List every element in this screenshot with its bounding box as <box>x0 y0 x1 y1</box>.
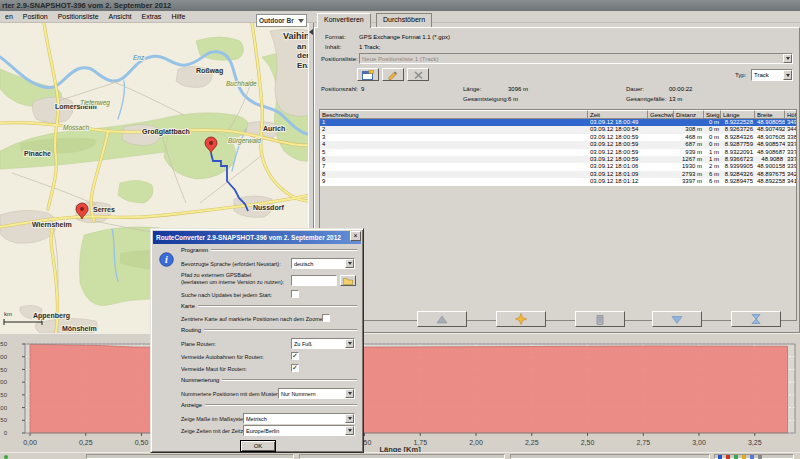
muster-combo[interactable]: Nur Nummern <box>278 388 355 399</box>
table-row[interactable]: 103.09.12 18:00:490 m8.922252848.9080566… <box>320 119 796 126</box>
chevron-down-icon[interactable] <box>345 339 354 348</box>
browse-gpsbabel-button[interactable] <box>340 275 356 286</box>
tab-durchstoebern[interactable]: Durchstöbern <box>376 13 432 27</box>
table-cell: 8.9322091 <box>721 149 755 156</box>
map-town-label: Aurich <box>263 125 285 132</box>
map-town-label: Wiernsheim <box>32 221 72 228</box>
table-cell: 6 <box>320 156 588 163</box>
column-header[interactable]: Geschwin... <box>648 110 674 119</box>
positionsliste-value: Neue Positionsliste 1 (Track) <box>362 56 438 62</box>
tray-icon[interactable] <box>726 455 730 459</box>
gpsbabel-path-input[interactable] <box>291 275 337 286</box>
pencil-icon <box>387 70 399 80</box>
column-header[interactable]: Distanz <box>674 110 704 119</box>
column-header[interactable]: Höhe <box>785 110 797 119</box>
y-tick-label: 100 <box>0 405 8 411</box>
masse-combo[interactable]: Metrisch <box>243 413 355 424</box>
chevron-down-icon[interactable] <box>783 70 792 80</box>
table-row[interactable]: 903.09.12 18:01:123397 m6 m8.928947548.8… <box>320 178 796 185</box>
table-row[interactable]: 503.09.12 18:00:59939 m1 m8.932209148.90… <box>320 149 796 156</box>
table-cell: 9 <box>320 178 588 185</box>
plane-routen-combo[interactable]: Zu Fuß <box>291 338 355 349</box>
menu-item-position[interactable]: Position <box>18 11 53 23</box>
chevron-down-icon[interactable] <box>783 54 792 63</box>
new-positionlist-button[interactable] <box>357 68 379 81</box>
zeitzone-combo[interactable]: Europe/Berlin <box>243 425 355 436</box>
table-cell: 4 <box>320 141 588 148</box>
taskbar-app-icon[interactable] <box>4 455 8 459</box>
chevron-down-icon[interactable] <box>345 259 354 268</box>
x-tick-label: 3,00 <box>692 439 706 446</box>
chevron-down-icon[interactable] <box>345 426 354 435</box>
move-position-up-button[interactable] <box>417 311 467 327</box>
os-taskbar[interactable] <box>0 452 800 459</box>
zentriere-checkbox[interactable] <box>322 314 330 322</box>
maut-checkbox[interactable]: ✓ <box>291 364 299 372</box>
rename-positionlist-button[interactable] <box>382 68 404 81</box>
chevron-down-icon[interactable] <box>345 389 354 398</box>
table-row[interactable]: 803.09.12 18:01:092793 m6 m8.928432648.8… <box>320 171 796 178</box>
chevron-down-icon[interactable] <box>345 414 354 423</box>
filter-positions-button[interactable] <box>731 311 781 327</box>
typ-label: Typ: <box>735 72 746 78</box>
add-position-button[interactable] <box>496 311 546 327</box>
plane-routen-value: Zu Fuß <box>294 341 312 347</box>
menu-item-positionsliste[interactable]: Positionsliste <box>53 11 104 23</box>
arrow-up-icon <box>435 314 449 325</box>
table-cell: 337 m <box>785 156 797 163</box>
menu-item-extras[interactable]: Extras <box>137 11 167 23</box>
taskbar-window-button[interactable] <box>510 454 710 459</box>
table-row[interactable]: 603.09.12 18:00:591267 m1 m8.936672348.9… <box>320 156 796 163</box>
taskbar-window-button[interactable] <box>86 454 294 459</box>
table-cell: 6 m <box>704 178 721 185</box>
taskbar-window-button[interactable] <box>299 454 505 459</box>
delete-position-button[interactable] <box>575 311 625 327</box>
map-type-selector[interactable]: Outdoor Br <box>256 14 307 27</box>
typ-value: Track <box>754 72 769 78</box>
column-header[interactable]: Beschreibung <box>320 110 588 119</box>
table-cell: 8.9284326 <box>721 134 755 141</box>
positionszahl-value: 9 <box>361 86 364 92</box>
menu-item-hilfe[interactable]: Hilfe <box>166 11 190 23</box>
table-cell: 344 m <box>785 126 797 133</box>
table-cell: 03.09.12 18:01:06 <box>588 163 648 170</box>
autobahn-checkbox[interactable]: ✓ <box>291 352 299 360</box>
positions-table[interactable]: BeschreibungZeitGeschwin...DistanzSteig.… <box>319 109 797 321</box>
column-header[interactable]: Zeit <box>588 110 648 119</box>
tray-icon[interactable] <box>718 455 722 459</box>
dialog-titlebar[interactable]: RouteConverter 2.9-SNAPSHOT-396 vom 2. S… <box>153 231 361 244</box>
menu-item-en[interactable]: en <box>0 11 18 23</box>
tray-icon[interactable] <box>742 455 746 459</box>
table-cell: 6 m <box>704 171 721 178</box>
masse-label: Zeige Maße im Maßsystem: <box>181 416 249 422</box>
tray-icon[interactable] <box>758 455 762 459</box>
column-header[interactable]: Breite <box>755 110 785 119</box>
menu-item-ansicht[interactable]: Ansicht <box>104 11 137 23</box>
table-row[interactable]: 203.09.12 18:00:54308 m0 m8.926372648.90… <box>320 126 796 133</box>
tray-icon[interactable] <box>750 455 754 459</box>
delete-positionlist-button[interactable] <box>407 68 429 81</box>
table-row[interactable]: 303.09.12 18:00:59468 m0 m8.928432648.90… <box>320 134 796 141</box>
x-tick-label: 3,25 <box>748 439 762 446</box>
updates-checkbox[interactable] <box>291 290 299 298</box>
window-titlebar[interactable]: rter 2.9-SNAPSHOT-396 vom 2. September 2… <box>0 0 800 11</box>
table-cell: 8.9366723 <box>721 156 755 163</box>
table-row[interactable]: 703.09.12 18:01:061930 m2 m8.939990548.9… <box>320 163 796 170</box>
dialog-close-button[interactable]: × <box>350 231 361 241</box>
map-nature-label: Bürgerwald <box>228 137 261 145</box>
table-cell: 8.9399905 <box>721 163 755 170</box>
column-header[interactable]: Länge <box>721 110 755 119</box>
table-cell <box>648 156 674 163</box>
positionsliste-combo[interactable]: Neue Positionsliste 1 (Track) <box>359 53 793 64</box>
sprache-combo[interactable]: deutsch <box>291 258 355 269</box>
window-title: rter 2.9-SNAPSHOT-396 vom 2. September 2… <box>2 1 171 10</box>
table-cell: 337 m <box>785 149 797 156</box>
tab-konvertieren[interactable]: Konvertieren <box>317 13 371 28</box>
tray-icon[interactable] <box>734 455 738 459</box>
column-header[interactable]: Steig... <box>704 110 721 119</box>
typ-combo[interactable]: Track <box>751 69 793 81</box>
move-position-down-button[interactable] <box>652 311 702 327</box>
table-row[interactable]: 403.09.12 18:00:59687 m0 m8.928775948.90… <box>320 141 796 148</box>
ok-button[interactable]: OK <box>240 440 276 452</box>
elevation-profile-chart: 0,000,250,500,751,001,251,501,752,002,25… <box>0 333 800 452</box>
